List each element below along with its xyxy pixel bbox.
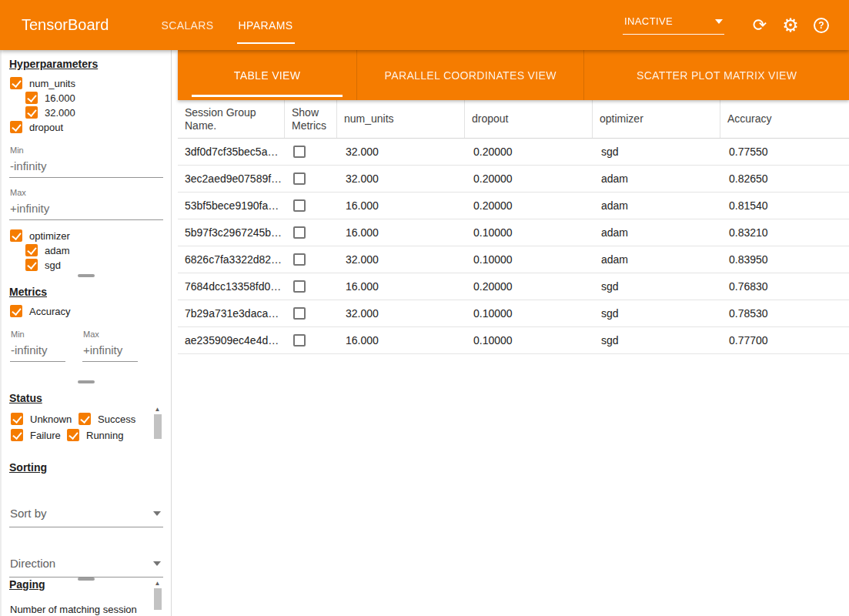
column-header-optimizer[interactable]: optimizer — [593, 100, 720, 138]
adam-checkbox[interactable] — [25, 244, 38, 256]
table-row: ae235909ec4e4d… 16.000 0.10000 sgd 0.777… — [178, 327, 849, 354]
column-header-accuracy[interactable]: Accuracy — [720, 100, 849, 138]
hparams-main: TABLE VIEW PARALLEL COORDINATES VIEW SCA… — [178, 50, 849, 616]
show-metrics-checkbox[interactable] — [293, 334, 306, 346]
show-metrics-checkbox[interactable] — [293, 307, 306, 320]
num-units-cell: 16.000 — [337, 219, 465, 246]
tab-parallel-coordinates-view[interactable]: PARALLEL COORDINATES VIEW — [356, 50, 583, 100]
chevron-down-icon — [715, 19, 723, 24]
reload-interval-select[interactable]: INACTIVE — [623, 15, 724, 35]
tab-scatter-plot-matrix-view[interactable]: SCATTER PLOT MATRIX VIEW — [583, 50, 849, 100]
metric-max-input[interactable] — [82, 339, 138, 362]
settings-icon[interactable]: ⚙ — [783, 18, 798, 33]
sort-by-value: Sort by — [10, 507, 47, 520]
status-running[interactable]: Running — [67, 429, 123, 441]
running-checkbox[interactable] — [67, 429, 79, 441]
sort-by-select[interactable]: Sort by — [9, 504, 163, 527]
column-header-dropout[interactable]: dropout — [465, 100, 593, 138]
chevron-down-icon — [153, 511, 161, 516]
accuracy-cell: 0.82650 — [720, 166, 849, 192]
resize-handle[interactable] — [78, 274, 95, 277]
status-success[interactable]: Success — [79, 413, 135, 425]
table-row: 6826c7fa3322d82… 32.000 0.10000 adam 0.8… — [178, 246, 849, 273]
hparam-num-units[interactable]: num_units — [10, 77, 163, 89]
optimizer-cell: adam — [593, 192, 720, 219]
dropout-max-input[interactable] — [9, 197, 163, 220]
dropout-cell: 0.10000 — [465, 300, 593, 326]
column-header-show-metrics[interactable]: Show Metrics — [285, 100, 337, 138]
show-metrics-checkbox[interactable] — [293, 253, 306, 266]
table-row: 5b97f3c2967245b… 16.000 0.10000 adam 0.8… — [178, 219, 849, 246]
accuracy-cell: 0.77550 — [720, 139, 849, 165]
scroll-up-icon[interactable]: ▲ — [155, 580, 161, 587]
sorting-title: Sorting — [9, 461, 163, 474]
table-row: 3ec2aed9e07589f… 32.000 0.20000 adam 0.8… — [178, 166, 849, 192]
show-metrics-checkbox[interactable] — [293, 172, 306, 185]
sgd-checkbox[interactable] — [25, 259, 38, 271]
num-units-label: num_units — [29, 78, 75, 89]
show-metrics-checkbox[interactable] — [293, 146, 306, 158]
show-metrics-checkbox[interactable] — [293, 226, 306, 239]
sgd-label: sgd — [45, 259, 61, 271]
num-units-value-32[interactable]: 32.000 — [25, 106, 163, 119]
accuracy-cell: 0.77700 — [720, 327, 849, 353]
num-units-cell: 32.000 — [337, 246, 465, 273]
scrollbar-thumb[interactable] — [154, 588, 162, 610]
tab-table-view[interactable]: TABLE VIEW — [178, 50, 356, 100]
num-units-cell: 16.000 — [337, 192, 465, 219]
adam-label: adam — [45, 245, 70, 256]
value-32-checkbox[interactable] — [25, 106, 38, 119]
optimizer-cell: sgd — [593, 273, 720, 300]
dropout-min-label: Min — [10, 146, 163, 155]
dropout-cell: 0.20000 — [465, 166, 593, 192]
help-icon[interactable]: ? — [814, 18, 829, 33]
sorting-section: Sorting Sort by Direction — [9, 455, 163, 572]
accuracy-checkbox[interactable] — [10, 305, 22, 317]
optimizer-value-sgd[interactable]: sgd — [25, 259, 163, 271]
show-metrics-cell — [285, 273, 337, 300]
show-metrics-checkbox[interactable] — [293, 280, 306, 293]
optimizer-label: optimizer — [29, 230, 70, 242]
refresh-icon[interactable]: ⟳ — [752, 18, 767, 33]
paging-title: Paging — [9, 578, 163, 591]
metric-max-label: Max — [83, 330, 138, 339]
success-label: Success — [98, 413, 135, 425]
success-checkbox[interactable] — [79, 413, 91, 425]
metric-accuracy[interactable]: Accuracy — [10, 305, 163, 317]
paging-scrollbar[interactable]: ▲ — [153, 580, 162, 615]
dropout-checkbox[interactable] — [10, 121, 22, 133]
tab-hparams[interactable]: HPARAMS — [226, 0, 306, 50]
hyperparameters-section: Hyperparameters num_units 16.000 32.000 … — [9, 52, 163, 280]
hparam-dropout[interactable]: dropout — [10, 121, 163, 133]
scroll-up-icon[interactable]: ▲ — [155, 406, 161, 413]
metrics-title: Metrics — [9, 286, 163, 298]
column-header-session-group-name[interactable]: Session Group Name. — [178, 100, 285, 138]
optimizer-value-adam[interactable]: adam — [25, 244, 163, 256]
column-header-num-units[interactable]: num_units — [337, 100, 465, 138]
table-row: 7684dcc13358fd0… 16.000 0.20000 sgd 0.76… — [178, 273, 849, 300]
value-32-label: 32.000 — [45, 107, 75, 119]
show-metrics-cell — [285, 139, 337, 165]
hparam-optimizer[interactable]: optimizer — [10, 229, 163, 242]
dropout-min-input[interactable] — [9, 155, 163, 178]
session-group-name: 3ec2aed9e07589f… — [178, 166, 285, 192]
unknown-checkbox[interactable] — [11, 413, 23, 425]
status-failure[interactable]: Failure — [11, 429, 66, 441]
status-options: Unknown Success Failure Running — [10, 413, 150, 445]
tab-scalars[interactable]: SCALARS — [149, 0, 226, 50]
resize-handle[interactable] — [78, 380, 95, 383]
accuracy-cell: 0.83950 — [720, 246, 849, 273]
failure-checkbox[interactable] — [11, 429, 23, 441]
show-metrics-checkbox[interactable] — [293, 199, 306, 212]
value-16-checkbox[interactable] — [25, 92, 38, 104]
num-units-value-16[interactable]: 16.000 — [25, 92, 163, 104]
status-scrollbar[interactable]: ▲ — [153, 406, 162, 449]
optimizer-checkbox[interactable] — [10, 229, 22, 242]
metric-min-input[interactable] — [10, 339, 65, 362]
scrollbar-thumb[interactable] — [154, 414, 162, 439]
hparams-sidebar: Hyperparameters num_units 16.000 32.000 … — [0, 50, 172, 616]
num-units-checkbox[interactable] — [10, 77, 22, 89]
optimizer-cell: sgd — [593, 139, 720, 165]
status-unknown[interactable]: Unknown — [11, 413, 78, 425]
dropout-cell: 0.20000 — [465, 139, 593, 165]
